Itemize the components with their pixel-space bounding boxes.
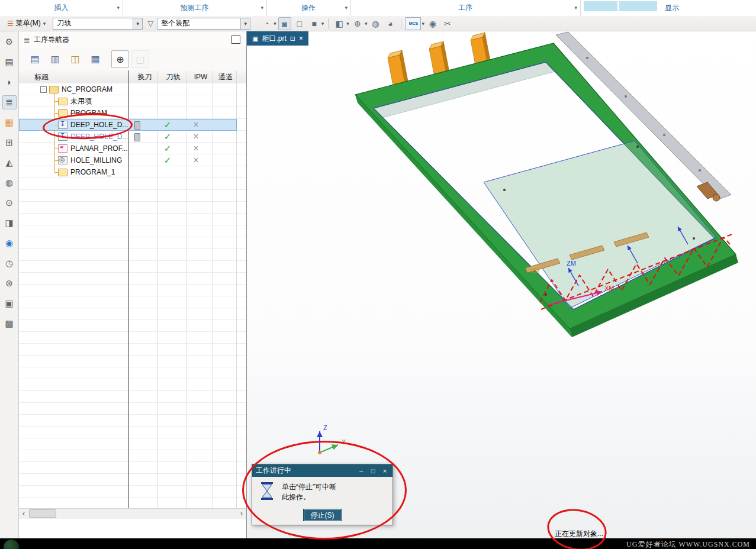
toolpath-ok-icon: ✓: [161, 119, 174, 131]
expander-icon[interactable]: −: [40, 86, 47, 93]
shaded-toggle-icon[interactable]: ◙: [278, 17, 291, 30]
chevron-down-icon[interactable]: ▾: [133, 18, 142, 29]
panel-header: ≣ 工序导航器: [19, 31, 246, 48]
render-style-icon[interactable]: ◕: [384, 17, 397, 30]
toolbar-separator: [401, 18, 401, 29]
tool-change-icon: [134, 121, 140, 130]
operation-navigator-icon[interactable]: ≣: [2, 95, 17, 109]
row-label: 未用项: [70, 96, 92, 106]
column-header-toolpath[interactable]: 刀轨: [160, 70, 186, 83]
chevron-down-icon[interactable]: ▾: [274, 21, 276, 27]
filter-icon[interactable]: ▽: [147, 19, 153, 28]
ribbon-group-predict[interactable]: 预测工序 ▾: [123, 0, 267, 16]
tree-row-PROGRAM_1[interactable]: PROGRAM_1: [19, 166, 237, 178]
tree-row-未用项[interactable]: 未用项: [19, 95, 237, 107]
menu-button[interactable]: ☰ 菜单(M) ▾: [4, 17, 49, 30]
sphere-display-icon[interactable]: ◔: [260, 17, 273, 30]
machine-tool-view-button[interactable]: ▥: [46, 50, 64, 68]
toolpath-ok-icon: ✓: [161, 131, 174, 143]
ribbon-group-job[interactable]: 工序 ▾: [350, 0, 581, 16]
chevron-down-icon[interactable]: ▾: [422, 21, 424, 27]
column-header-toolchange[interactable]: 换刀: [131, 70, 158, 83]
toolbox-icon[interactable]: ⊛: [2, 276, 17, 290]
operation-navigator-panel: ≣ 工序导航器 ▤▥◫▦⊕▢ 标题 换刀 刀轨 IPW 通道 −NC_PROGR…: [19, 31, 247, 538]
tree-rows: −NC_PROGRAM未用项PROGRAMDEEP_HOLE_D...✓×DEE…: [19, 83, 246, 508]
web-browser-icon[interactable]: ◉: [2, 236, 17, 250]
geometry-view-button[interactable]: ◫: [66, 50, 84, 68]
analysis-sphere-icon[interactable]: ◍: [2, 176, 17, 190]
tool-library-icon[interactable]: ⊞: [2, 135, 17, 150]
wireframe-cube-icon[interactable]: □: [293, 17, 306, 30]
combo-value: 整个装配: [161, 18, 189, 28]
navigator-toolbar: ▤▥◫▦⊕▢: [19, 48, 246, 71]
toolbar-icon-cluster: ◔▾◙□■▾◧▾⊕▾◍◕MCS▾◉✂: [260, 17, 454, 30]
ribbon-group-operation[interactable]: 操作 ▾: [266, 0, 351, 16]
tree-row-PLANAR_PROF...[interactable]: PLANAR_PROF...✓×: [19, 143, 237, 154]
orbit-sphere-icon[interactable]: ◍: [369, 17, 382, 30]
ribbon-group-label[interactable]: 操作: [301, 3, 316, 13]
chevron-down-icon[interactable]: ▾: [321, 21, 324, 27]
part-tab[interactable]: ▣ 柜口.prt ⊡ ×: [247, 31, 308, 46]
assembly-navigator-icon[interactable]: ▤: [2, 55, 17, 69]
column-header-title[interactable]: 标题: [34, 70, 49, 83]
machining-wizard-icon[interactable]: ▦: [2, 115, 17, 130]
tree-row-HOLE_MILLING[interactable]: HOLE_MILLING✓×: [19, 154, 237, 166]
chevron-down-icon[interactable]: ▾: [365, 21, 368, 27]
tool-change-icon: [134, 133, 140, 141]
display-style-icon[interactable]: ◨: [2, 216, 17, 230]
chevron-down-icon[interactable]: ▾: [574, 5, 577, 11]
find-object-button[interactable]: ⊕: [111, 50, 129, 68]
window-cascade-icon: ▣: [252, 35, 258, 43]
undock-button[interactable]: [231, 35, 240, 44]
ipw-missing-icon: ×: [189, 154, 202, 166]
ribbon-group-label[interactable]: 预测工序: [181, 3, 209, 13]
scroll-left-icon[interactable]: ‹: [19, 509, 28, 519]
ribbon-group-label[interactable]: 显示: [665, 3, 679, 13]
snap-point-icon[interactable]: ⊕: [351, 17, 364, 30]
scroll-right-icon[interactable]: ›: [237, 509, 246, 519]
column-header-channel[interactable]: 通道: [213, 70, 238, 83]
ribbon-highlight-box[interactable]: [584, 1, 617, 11]
process-assistant-icon[interactable]: ◭: [2, 156, 17, 170]
ribbon-group-display[interactable]: 显示: [659, 0, 756, 16]
row-label: HOLE_MILLING: [70, 156, 122, 164]
assembly-scope-combo[interactable]: 整个装配 ▾: [157, 18, 250, 30]
shape-resource-icon[interactable]: ◗: [2, 75, 17, 89]
ribbon-group-insert[interactable]: 插入 ▾: [0, 0, 123, 16]
shaded-cube-icon[interactable]: ■: [308, 17, 321, 30]
ribbon-highlight-box[interactable]: [619, 1, 657, 11]
toolpath-ok-icon: ✓: [161, 143, 174, 154]
modified-icon: ⊡: [290, 35, 295, 43]
history-clock-icon[interactable]: ◷: [2, 256, 17, 270]
column-header-ipw[interactable]: IPW: [188, 70, 213, 83]
ribbon-group-label[interactable]: 工序: [458, 3, 472, 13]
chevron-down-icon[interactable]: ▾: [260, 5, 263, 11]
scrollbar-thumb[interactable]: [29, 509, 56, 518]
folder-unused-icon: [58, 98, 67, 105]
toolpath-combo[interactable]: 刀轨 ▾: [53, 18, 143, 30]
table-grid-icon[interactable]: ▩: [2, 317, 17, 331]
mcs-display-icon[interactable]: MCS: [406, 17, 421, 30]
chevron-down-icon[interactable]: ▾: [117, 5, 120, 11]
ym-label: YM: [530, 267, 540, 274]
tree-row-NC_PROGRAM[interactable]: −NC_PROGRAM: [19, 83, 237, 95]
visibility-eye-icon[interactable]: ◉: [426, 17, 439, 30]
settings-gear-icon[interactable]: ⚙: [2, 35, 17, 49]
chevron-down-icon[interactable]: ▾: [346, 21, 349, 27]
clip-section-icon[interactable]: ✂: [441, 17, 454, 30]
z-axis-label: Z: [323, 424, 327, 431]
ipw-missing-icon: ×: [189, 119, 202, 131]
chevron-down-icon[interactable]: ▾: [240, 18, 250, 29]
horizontal-scrollbar[interactable]: ‹ ›: [19, 508, 246, 519]
chevron-down-icon: ▾: [43, 21, 46, 27]
ribbon-group-label[interactable]: 插入: [54, 3, 69, 13]
close-icon[interactable]: ×: [299, 34, 303, 43]
machining-method-view-button[interactable]: ▦: [86, 50, 104, 68]
view-orient-icon[interactable]: ◧: [333, 17, 346, 30]
machine-tool-icon[interactable]: ▣: [2, 296, 17, 311]
tree-row-PROGRAM[interactable]: PROGRAM: [19, 107, 237, 119]
chevron-down-icon[interactable]: ▾: [345, 5, 348, 11]
ipw-missing-icon: ×: [189, 131, 202, 143]
measure-icon[interactable]: ⊙: [2, 196, 17, 210]
program-order-view-button[interactable]: ▤: [26, 50, 44, 68]
